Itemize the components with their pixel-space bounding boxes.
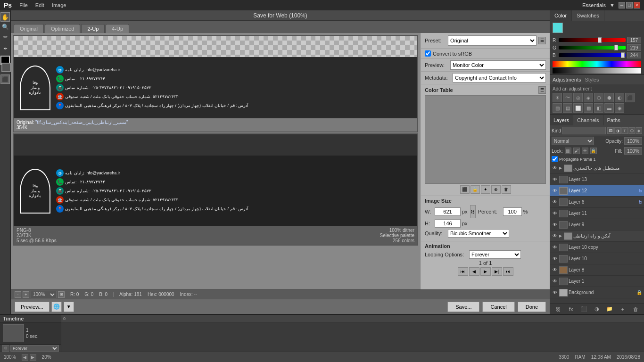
ct-btn-5[interactable]: 🗑 (502, 185, 511, 194)
close-btn[interactable]: × (634, 2, 640, 8)
tab-optimized[interactable]: Optimized (45, 24, 81, 33)
ct-btn-2[interactable]: 🔒 (471, 185, 480, 194)
layer-item-1[interactable]: 👁 Layer 1 (550, 276, 644, 287)
ps-nav-right-btn[interactable]: ▶ (30, 354, 36, 361)
browser-dropdown-btn[interactable]: ▼ (64, 302, 74, 312)
tool-view-toggle[interactable]: ⬛ (0, 74, 10, 84)
anim-prev-btn[interactable]: ◀ (469, 267, 479, 276)
adj-color-balance-icon[interactable]: ⬢ (604, 93, 614, 102)
height-input[interactable] (435, 219, 461, 228)
save-button[interactable]: Save... (447, 302, 479, 312)
layer-item-9[interactable]: 👁 Layer 9 (550, 219, 644, 230)
tl-loop-select[interactable]: Forever (10, 345, 59, 352)
layer-item-10[interactable]: 👁 Layer 10 (550, 253, 644, 264)
lock-transparent-icon[interactable]: ▩ (565, 148, 571, 154)
lock-position-icon[interactable]: ✛ (582, 148, 588, 154)
convert-srgb-label[interactable]: Convert to sRGB (433, 51, 472, 57)
browser-icon-btn[interactable]: 🌐 (51, 302, 62, 312)
r-value-input[interactable]: 157 (627, 37, 641, 43)
layer-fx-btn[interactable]: fx (567, 305, 575, 313)
adj-gradient-map-icon[interactable]: ▬ (604, 103, 614, 113)
layer-eye-group1[interactable]: 👁 (552, 165, 558, 172)
tool-hand[interactable]: ✋ (0, 12, 10, 22)
adj-curves-icon[interactable]: 〜 (563, 93, 572, 102)
ct-btn-1[interactable]: ⬛ (460, 185, 470, 194)
layer-item-8[interactable]: 👁 Layer 8 (550, 264, 644, 276)
ct-btn-4[interactable]: ⊕ (491, 185, 501, 194)
tl-convert-btn[interactable]: ⊞ (2, 345, 9, 352)
preset-menu-btn[interactable]: ☰ (538, 37, 546, 44)
lock-image-icon[interactable]: 🖌 (573, 148, 580, 154)
layer-item-13[interactable]: 👁 Layer 13 (550, 174, 644, 185)
color-swatch-bg[interactable] (1, 63, 11, 72)
menu-image[interactable]: Image (48, 0, 70, 10)
layers-tab[interactable]: Layers (550, 115, 573, 125)
layer-eye-6[interactable]: 👁 (552, 199, 558, 206)
tool-zoom[interactable]: 🔍 (0, 22, 10, 32)
adj-color-lookup-icon[interactable]: ▤ (563, 103, 572, 113)
layer-adj-btn[interactable]: ◑ (593, 305, 601, 313)
minimize-btn[interactable]: ─ (619, 2, 625, 8)
adj-invert-icon[interactable]: ⬜ (573, 103, 583, 113)
tab-4up[interactable]: 4-Up (106, 24, 129, 33)
layer-eye-bg[interactable]: 👁 (552, 289, 558, 296)
layer-item-11[interactable]: 👁 Layer 11 (550, 208, 644, 219)
anim-next-btn[interactable]: ▶| (492, 267, 502, 276)
ps-nav-left-btn[interactable]: ◀ (22, 354, 28, 361)
swatches-tab[interactable]: Swatches (572, 10, 604, 21)
layer-item-6[interactable]: 👁 Layer 6 fx (550, 197, 644, 208)
layer-eye-10-copy[interactable]: 👁 (552, 244, 558, 251)
propagate-checkbox[interactable] (552, 156, 558, 162)
adj-selective-color-icon[interactable]: ◉ (615, 103, 624, 113)
menu-edit[interactable]: Edit (32, 0, 48, 10)
layer-new-btn[interactable]: + (619, 305, 627, 313)
convert-srgb-checkbox[interactable] (425, 50, 431, 57)
tool-pen[interactable]: ✒ (0, 44, 10, 53)
quality-select[interactable]: Bicubic Smoother Bicubic Sharper Bicubic… (448, 229, 509, 238)
filter-shape-icon[interactable]: ⬡ (628, 127, 635, 134)
layer-mask-btn[interactable]: ⬛ (580, 305, 588, 313)
tool-eyedropper[interactable]: ✏ (0, 32, 10, 41)
layer-eye-12[interactable]: 👁 (552, 188, 558, 194)
paths-tab[interactable]: Paths (603, 115, 624, 125)
adj-brightness-icon[interactable]: ☀ (553, 93, 562, 102)
layer-group-icons[interactable]: 👁 ▶ آیکن و راه ارتباطی (550, 230, 644, 242)
fill-input[interactable] (624, 147, 642, 155)
b-value-input[interactable]: 244 (627, 52, 641, 58)
adj-exposure-icon[interactable]: ◎ (573, 93, 583, 102)
color-table-menu[interactable]: ☰ (538, 86, 546, 94)
layer-group-btn[interactable]: 📁 (606, 305, 613, 313)
fg-color-swatch[interactable] (553, 23, 563, 33)
layer-group-gray-rect[interactable]: 👁 ▶ مستطیل های خاکستری (550, 163, 644, 174)
layer-eye-1[interactable]: 👁 (552, 278, 558, 285)
layer-eye-13[interactable]: 👁 (552, 176, 558, 183)
zoom-out-btn[interactable]: - (15, 291, 21, 298)
adj-posterize-icon[interactable]: ▩ (584, 103, 593, 113)
opacity-input[interactable] (624, 137, 642, 145)
adj-threshold-icon[interactable]: ◧ (594, 103, 603, 113)
metadata-select[interactable]: Copyright and Contact Info None Copyrigh… (453, 73, 546, 82)
layer-item-10-copy[interactable]: 👁 Layer 10 copy (550, 242, 644, 253)
layer-item-background[interactable]: 👁 Background 🔒 (550, 287, 644, 298)
styles-tab[interactable]: Styles (585, 77, 599, 82)
lock-all-icon[interactable]: 🔒 (590, 148, 597, 154)
filter-adj-icon[interactable]: ◑ (614, 127, 621, 134)
percent-input[interactable] (503, 207, 522, 216)
adj-hsl-icon[interactable]: ⬡ (594, 93, 603, 102)
color-tab[interactable]: Color (550, 10, 572, 21)
layer-eye-8[interactable]: 👁 (552, 267, 558, 273)
layer-delete-btn[interactable]: 🗑 (632, 305, 639, 313)
anim-first-btn[interactable]: ⏮ (458, 267, 468, 276)
tab-2up[interactable]: 2-Up (81, 24, 105, 33)
adj-vibrance-icon[interactable]: ◈ (584, 93, 593, 102)
zoom-select[interactable]: 100% (31, 291, 57, 298)
maximize-btn[interactable]: □ (626, 2, 633, 8)
anim-last-btn[interactable]: ⏭ (503, 267, 513, 276)
essentials-dropdown[interactable]: Essentials (582, 2, 606, 8)
layer-item-12[interactable]: 👁 Layer 12 fx (550, 185, 644, 197)
layer-link-btn[interactable]: ⛓ (554, 305, 562, 313)
preview-button[interactable]: Preview... (15, 302, 50, 312)
menu-file[interactable]: File (16, 0, 32, 10)
adj-photo-filter-icon[interactable]: ⬛ (625, 93, 635, 102)
layer-eye-11[interactable]: 👁 (552, 210, 558, 217)
